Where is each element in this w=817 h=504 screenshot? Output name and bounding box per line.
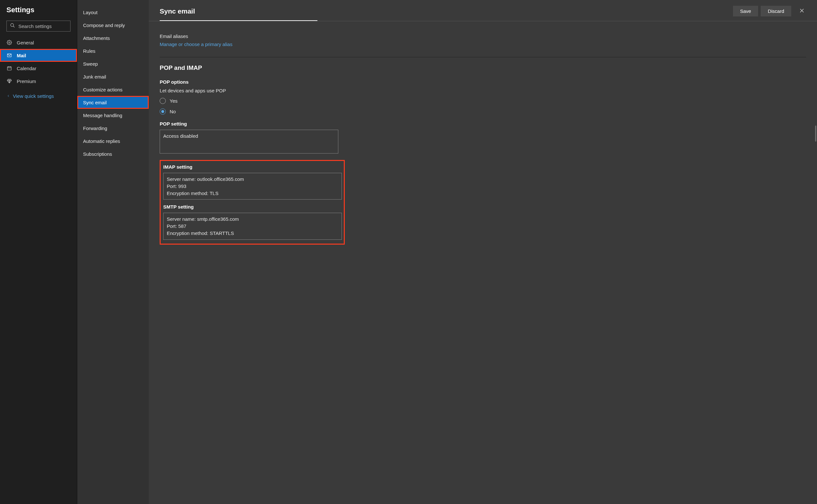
radio-circle-icon — [160, 98, 166, 104]
imap-smtp-highlight: IMAP setting Server name: outlook.office… — [160, 160, 345, 245]
imap-encryption: Encryption method: TLS — [167, 190, 338, 197]
sub-item-forwarding[interactable]: Forwarding — [77, 122, 149, 135]
sidebar-item-label: Premium — [17, 79, 36, 84]
svg-line-1 — [13, 26, 14, 27]
pop-setting-text: Access disabled — [163, 133, 335, 140]
pop-radio-group: Yes No — [160, 98, 806, 115]
smtp-server-name: Server name: smtp.office365.com — [167, 216, 338, 223]
sub-item-message-handling[interactable]: Message handling — [77, 109, 149, 122]
calendar-icon — [6, 65, 12, 71]
sidebar-item-mail[interactable]: Mail — [0, 49, 77, 62]
radio-yes-label: Yes — [170, 98, 177, 104]
sub-item-subscriptions[interactable]: Subscriptions — [77, 147, 149, 160]
diamond-icon — [6, 78, 12, 84]
imap-setting-heading: IMAP setting — [163, 164, 341, 170]
sub-item-attachments[interactable]: Attachments — [77, 32, 149, 44]
smtp-setting-box: Server name: smtp.office365.com Port: 58… — [163, 213, 342, 239]
divider — [160, 57, 806, 57]
sub-item-sync-email[interactable]: Sync email — [77, 96, 149, 109]
sidebar-item-label: General — [17, 40, 34, 45]
sub-item-rules[interactable]: Rules — [77, 44, 149, 57]
smtp-port: Port: 587 — [167, 223, 338, 230]
settings-title: Settings — [0, 6, 77, 19]
svg-point-0 — [11, 23, 14, 26]
sub-item-compose-reply[interactable]: Compose and reply — [77, 19, 149, 32]
imap-port: Port: 993 — [167, 183, 338, 190]
gear-icon — [6, 40, 12, 45]
email-aliases-label: Email aliases — [160, 33, 806, 39]
sidebar-item-label: Calendar — [17, 66, 36, 71]
sidebar-item-general[interactable]: General — [0, 36, 77, 49]
smtp-setting-heading: SMTP setting — [163, 204, 341, 210]
sidebar-item-label: Mail — [17, 53, 26, 58]
chevron-left-icon — [6, 93, 10, 99]
pop-imap-heading: POP and IMAP — [160, 64, 806, 71]
sub-item-junk-email[interactable]: Junk email — [77, 70, 149, 83]
search-box[interactable] — [6, 21, 70, 32]
page-title: Sync email — [160, 7, 730, 15]
sub-item-layout[interactable]: Layout — [77, 6, 149, 19]
radio-circle-checked-icon — [160, 108, 166, 115]
sub-item-automatic-replies[interactable]: Automatic replies — [77, 135, 149, 147]
view-quick-settings-link[interactable]: View quick settings — [0, 89, 77, 103]
svg-rect-4 — [7, 67, 11, 70]
scrollbar[interactable] — [815, 126, 816, 142]
pop-options-heading: POP options — [160, 79, 806, 85]
smtp-encryption: Encryption method: STARTTLS — [167, 230, 338, 237]
save-button[interactable]: Save — [733, 6, 758, 16]
discard-button[interactable]: Discard — [761, 6, 791, 16]
search-icon — [10, 23, 15, 29]
sidebar-left: Settings General Mail Calendar — [0, 0, 77, 504]
sub-item-sweep[interactable]: Sweep — [77, 57, 149, 70]
svg-point-2 — [9, 42, 10, 43]
sidebar-item-calendar[interactable]: Calendar — [0, 62, 77, 75]
sub-item-customize-actions[interactable]: Customize actions — [77, 83, 149, 96]
pop-setting-box: Access disabled — [160, 130, 338, 154]
pop-options-desc: Let devices and apps use POP — [160, 88, 806, 93]
radio-no-label: No — [170, 109, 176, 114]
content-area: Email aliases Manage or choose a primary… — [149, 21, 817, 504]
radio-no[interactable]: No — [160, 108, 806, 115]
app-root: Settings General Mail Calendar — [0, 0, 817, 504]
imap-setting-box: Server name: outlook.office365.com Port:… — [163, 173, 342, 200]
active-tab-underline — [160, 20, 317, 21]
sidebar-item-premium[interactable]: Premium — [0, 75, 77, 88]
imap-server-name: Server name: outlook.office365.com — [167, 176, 338, 183]
search-input[interactable] — [18, 23, 67, 29]
close-icon[interactable] — [798, 6, 806, 16]
manage-alias-link[interactable]: Manage or choose a primary alias — [160, 42, 232, 47]
mail-icon — [6, 52, 12, 58]
radio-yes[interactable]: Yes — [160, 98, 806, 104]
sidebar-mid: Layout Compose and reply Attachments Rul… — [77, 0, 149, 504]
pop-setting-heading: POP setting — [160, 121, 806, 126]
main-panel: Sync email Save Discard Email aliases Ma… — [149, 0, 817, 504]
quick-settings-label: View quick settings — [13, 93, 54, 99]
main-header: Sync email Save Discard — [149, 0, 817, 21]
